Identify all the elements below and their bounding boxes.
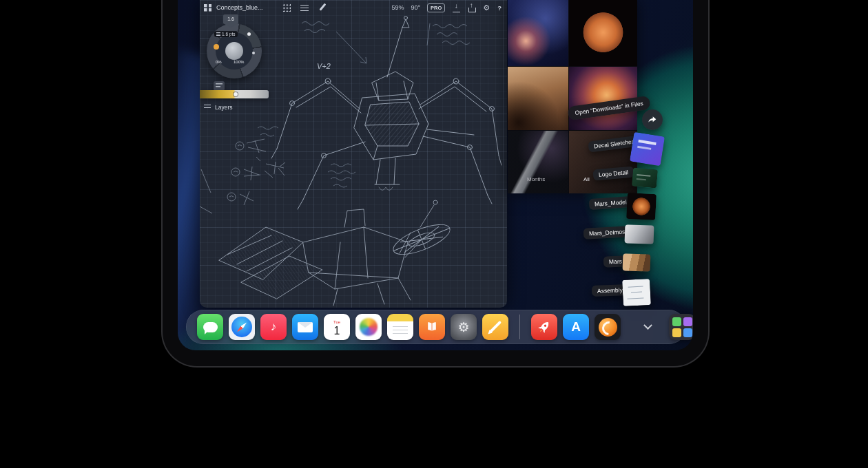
dock: ♪ Tue 1 ⚙ xyxy=(186,310,686,344)
rocket-app-icon[interactable] xyxy=(531,314,557,340)
layers-menu-icon[interactable] xyxy=(204,105,211,110)
open-book-icon xyxy=(425,320,439,334)
envelope-icon xyxy=(298,322,313,332)
suggested-app-icon[interactable] xyxy=(669,314,693,340)
compass-needle-icon xyxy=(236,321,248,333)
document-title[interactable]: Concepts_blue... xyxy=(216,4,263,11)
photo-thumbnail-orange-nebula[interactable] xyxy=(569,67,637,130)
note-lines-icon xyxy=(393,326,408,335)
music-note-icon: ♪ xyxy=(271,320,277,334)
tool-sub-button[interactable] xyxy=(214,81,225,91)
mini-bars-icon xyxy=(216,32,220,36)
photo-thumbnail-blue-nebula[interactable] xyxy=(508,0,568,66)
books-app-icon[interactable] xyxy=(419,314,445,340)
rocket-icon xyxy=(533,316,555,339)
settings-app-icon[interactable]: ⚙ xyxy=(451,314,477,340)
brush-size-label: 1.6 pts xyxy=(214,31,238,37)
robot-sketch xyxy=(271,17,502,210)
speech-bubble-icon xyxy=(203,322,218,332)
notes-app-icon[interactable] xyxy=(387,314,413,340)
settings-gear-icon[interactable]: ⚙ xyxy=(483,3,490,12)
dock-collapse-button[interactable] xyxy=(640,319,655,334)
help-icon[interactable]: ? xyxy=(497,4,502,12)
tool-wheel-knob[interactable] xyxy=(225,42,243,60)
safari-app-icon[interactable] xyxy=(229,314,255,340)
pencil-app-icon[interactable] xyxy=(482,314,508,340)
app-store-app-icon[interactable]: A xyxy=(563,314,589,340)
photos-app-window: Months All xyxy=(508,0,637,193)
photo-thumbnail-mars-surface[interactable] xyxy=(508,67,568,130)
pen-icon[interactable] xyxy=(318,3,327,12)
layers-label: Layers xyxy=(215,104,233,111)
zoom-level[interactable]: 59% xyxy=(391,4,404,11)
tab-months[interactable]: Months xyxy=(527,176,545,182)
photos-app-icon[interactable] xyxy=(355,314,382,340)
lander-sketch xyxy=(219,200,453,306)
layers-panel-header[interactable]: Layers xyxy=(204,104,233,111)
calendar-weekday: Tue xyxy=(333,320,340,325)
calendar-day: 1 xyxy=(334,325,340,337)
handwritten-notes xyxy=(258,22,470,188)
app-store-a-icon: A xyxy=(571,319,581,334)
photos-bottom-bar: Months All xyxy=(508,131,637,193)
concepts-app-window: V+2 Concepts_blue... 59% 90° PRO ⚙ ? xyxy=(200,0,507,308)
gear-icon: ⚙ xyxy=(457,319,469,335)
sketch-annotation: V+2 xyxy=(317,62,331,70)
chevron-down-icon xyxy=(643,321,652,330)
concepts-toolbar: Concepts_blue... 59% 90° PRO ⚙ ? xyxy=(204,2,502,13)
drag-dots-icon[interactable] xyxy=(282,3,291,12)
brush-tool-wheel[interactable]: 1.6 1.6 pts 0% 100% xyxy=(207,23,262,78)
orange-sphere-app-icon[interactable] xyxy=(595,314,621,340)
dock-divider xyxy=(519,315,520,339)
thumbnail-sketches xyxy=(200,139,285,213)
music-app-icon[interactable]: ♪ xyxy=(260,314,287,340)
opacity-min-label: 0% xyxy=(216,60,222,64)
photo-thumbnail-mars-planet[interactable] xyxy=(569,0,637,66)
pencil-icon xyxy=(489,321,502,333)
orange-sphere-icon xyxy=(599,318,617,337)
compass-icon xyxy=(231,317,252,337)
colorful-grid-icon xyxy=(672,317,692,337)
color-strip-slider[interactable] xyxy=(200,90,269,98)
rotation-angle[interactable]: 90° xyxy=(411,4,420,11)
calendar-app-icon[interactable]: Tue 1 xyxy=(324,314,350,340)
color-dot-orange[interactable] xyxy=(214,44,219,50)
color-strip-knob[interactable] xyxy=(234,92,238,96)
color-dot-white[interactable] xyxy=(247,32,251,36)
ipad-screen: V+2 Concepts_blue... 59% 90° PRO ⚙ ? xyxy=(178,0,693,350)
stage: V+2 Concepts_blue... 59% 90° PRO ⚙ ? xyxy=(0,0,868,468)
tab-all[interactable]: All xyxy=(583,176,590,182)
flower-icon xyxy=(360,318,378,336)
mail-app-icon[interactable] xyxy=(292,314,318,340)
pro-badge[interactable]: PRO xyxy=(427,3,445,12)
color-dot-small[interactable] xyxy=(252,52,255,54)
opacity-max-label: 100% xyxy=(234,60,244,64)
share-icon[interactable] xyxy=(468,3,475,12)
messages-app-icon[interactable] xyxy=(197,314,223,340)
menu-bars-icon[interactable] xyxy=(300,5,309,11)
download-icon[interactable] xyxy=(453,3,460,12)
brush-size-flag[interactable]: 1.6 xyxy=(223,14,238,28)
app-grid-icon[interactable] xyxy=(204,4,211,12)
